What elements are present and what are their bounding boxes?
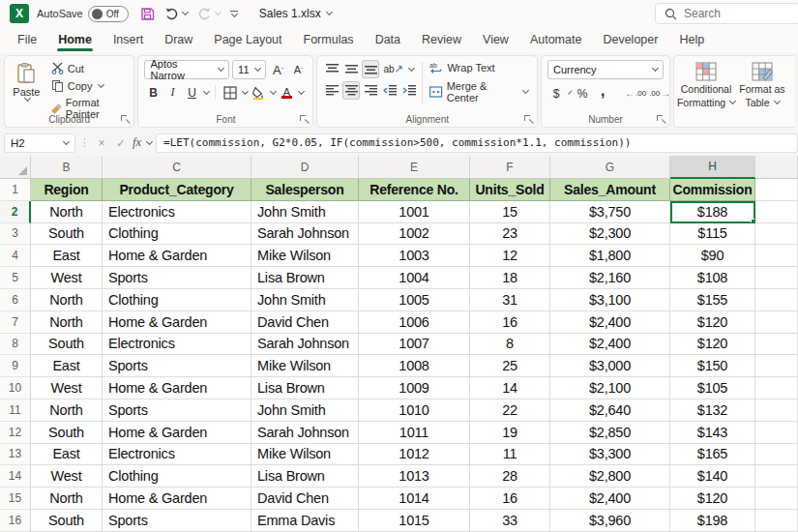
- merge-center-button[interactable]: Merge & Center: [427, 78, 531, 105]
- column-header-C[interactable]: C: [103, 156, 251, 179]
- cell-E12[interactable]: 1011: [359, 422, 470, 444]
- cell-G7[interactable]: $2,400: [550, 311, 670, 334]
- cell-G10[interactable]: $2,100: [550, 377, 670, 399]
- column-header-D[interactable]: D: [251, 156, 359, 179]
- align-right-button[interactable]: [362, 81, 379, 100]
- tab-formulas[interactable]: Formulas: [294, 28, 364, 53]
- cell-B14[interactable]: West: [31, 465, 103, 488]
- increase-font-size-button[interactable]: Aˆ: [269, 61, 286, 79]
- cell-C8[interactable]: Electronics: [103, 334, 251, 356]
- comma-style-button[interactable]: ,: [594, 84, 611, 103]
- cell-G5[interactable]: $2,160: [550, 267, 670, 289]
- column-header-F[interactable]: F: [470, 156, 550, 179]
- cell-F13[interactable]: 11: [470, 444, 550, 466]
- cell-blank-15[interactable]: [755, 488, 798, 510]
- cell-C6[interactable]: Clothing: [103, 289, 251, 311]
- cell-blank-2[interactable]: [755, 201, 798, 223]
- search-box[interactable]: [655, 3, 798, 24]
- cell-D11[interactable]: John Smith: [251, 399, 359, 422]
- cell-H13[interactable]: $165: [670, 444, 755, 466]
- cell-blank-7[interactable]: [755, 311, 798, 334]
- cell-F2[interactable]: 15: [470, 201, 550, 223]
- cell-G1[interactable]: Sales_Amount: [550, 179, 670, 201]
- percent-style-button[interactable]: %: [574, 84, 591, 103]
- row-header-3[interactable]: 3: [0, 223, 31, 246]
- cell-B4[interactable]: East: [31, 245, 103, 267]
- cell-B11[interactable]: North: [31, 399, 103, 422]
- cell-B13[interactable]: East: [31, 444, 103, 466]
- row-header-8[interactable]: 8: [0, 334, 31, 356]
- wrap-text-button[interactable]: ab Wrap Text: [427, 60, 531, 75]
- cell-E5[interactable]: 1004: [359, 267, 470, 289]
- cell-F16[interactable]: 33: [470, 510, 550, 532]
- cell-G8[interactable]: $2,400: [550, 334, 670, 356]
- name-box[interactable]: H2: [4, 133, 75, 153]
- cell-H14[interactable]: $140: [670, 465, 755, 488]
- cell-H15[interactable]: $120: [670, 488, 755, 510]
- cell-D1[interactable]: Salesperson: [251, 179, 359, 201]
- cell-H8[interactable]: $120: [670, 334, 755, 356]
- cell-F8[interactable]: 8: [470, 334, 550, 356]
- cell-G16[interactable]: $3,960: [550, 510, 670, 532]
- cell-G6[interactable]: $3,100: [550, 289, 670, 311]
- cell-C11[interactable]: Sports: [103, 399, 251, 422]
- cell-E7[interactable]: 1006: [359, 311, 470, 334]
- cell-blank-14[interactable]: [755, 465, 798, 488]
- cell-blank-11[interactable]: [755, 399, 798, 422]
- cell-E4[interactable]: 1003: [359, 245, 470, 267]
- cell-E1[interactable]: Reference No.: [359, 179, 470, 201]
- tab-home[interactable]: Home: [48, 28, 102, 53]
- cell-D2[interactable]: John Smith: [251, 201, 359, 223]
- cell-F1[interactable]: Units_Sold: [470, 179, 550, 201]
- cell-blank-9[interactable]: [755, 355, 798, 377]
- decrease-decimal-button[interactable]: .00→: [649, 88, 670, 99]
- font-size-select[interactable]: 11: [232, 60, 266, 79]
- cell-F10[interactable]: 14: [470, 377, 550, 399]
- increase-decimal-button[interactable]: ←.00: [625, 88, 646, 99]
- cell-G9[interactable]: $3,000: [550, 355, 670, 377]
- italic-button[interactable]: I: [163, 83, 181, 102]
- cell-F14[interactable]: 28: [470, 465, 550, 488]
- number-dialog-launcher[interactable]: [657, 115, 665, 124]
- row-header-12[interactable]: 12: [0, 422, 31, 444]
- tab-insert[interactable]: Insert: [103, 28, 153, 53]
- cell-B6[interactable]: North: [31, 289, 103, 311]
- cell-D3[interactable]: Sarah Johnson: [251, 223, 359, 246]
- excel-logo-icon[interactable]: X: [10, 4, 29, 23]
- cell-B5[interactable]: West: [31, 267, 103, 289]
- underline-button[interactable]: U: [183, 83, 200, 102]
- cell-F5[interactable]: 18: [470, 267, 550, 289]
- row-header-16[interactable]: 16: [0, 510, 31, 532]
- cell-H2[interactable]: $188: [670, 201, 755, 223]
- cell-G3[interactable]: $2,300: [550, 223, 670, 246]
- cell-C10[interactable]: Home & Garden: [103, 377, 251, 399]
- cell-E15[interactable]: 1014: [359, 488, 470, 510]
- formula-input[interactable]: =LET(commission, G2*0.05, IF(commission>…: [156, 133, 798, 153]
- fill-handle[interactable]: [751, 219, 755, 223]
- cell-C5[interactable]: Sports: [103, 267, 251, 289]
- column-header-E[interactable]: E: [359, 156, 470, 179]
- font-color-button[interactable]: A: [278, 83, 295, 102]
- cell-C1[interactable]: Product_Category: [103, 179, 251, 201]
- cell-C2[interactable]: Electronics: [103, 201, 251, 223]
- cell-blank-16[interactable]: [755, 510, 798, 532]
- top-align-button[interactable]: [323, 60, 340, 78]
- align-left-button[interactable]: [323, 81, 340, 100]
- tab-draw[interactable]: Draw: [155, 28, 202, 53]
- cell-D7[interactable]: David Chen: [251, 311, 359, 334]
- cell-H16[interactable]: $198: [670, 510, 755, 532]
- cell-F11[interactable]: 22: [470, 399, 550, 422]
- tab-help[interactable]: Help: [669, 28, 714, 53]
- cell-C16[interactable]: Sports: [103, 510, 251, 532]
- tab-review[interactable]: Review: [412, 28, 471, 53]
- cell-C3[interactable]: Clothing: [103, 223, 251, 246]
- row-header-13[interactable]: 13: [0, 444, 31, 466]
- column-header-B[interactable]: B: [31, 156, 103, 179]
- cell-blank-3[interactable]: [755, 223, 798, 246]
- cell-blank-13[interactable]: [755, 444, 798, 466]
- alignment-dialog-launcher[interactable]: [524, 115, 533, 124]
- cell-E6[interactable]: 1005: [359, 289, 470, 311]
- cell-H6[interactable]: $155: [670, 289, 755, 311]
- save-button[interactable]: [140, 7, 155, 21]
- currency-format-button[interactable]: $: [547, 84, 565, 103]
